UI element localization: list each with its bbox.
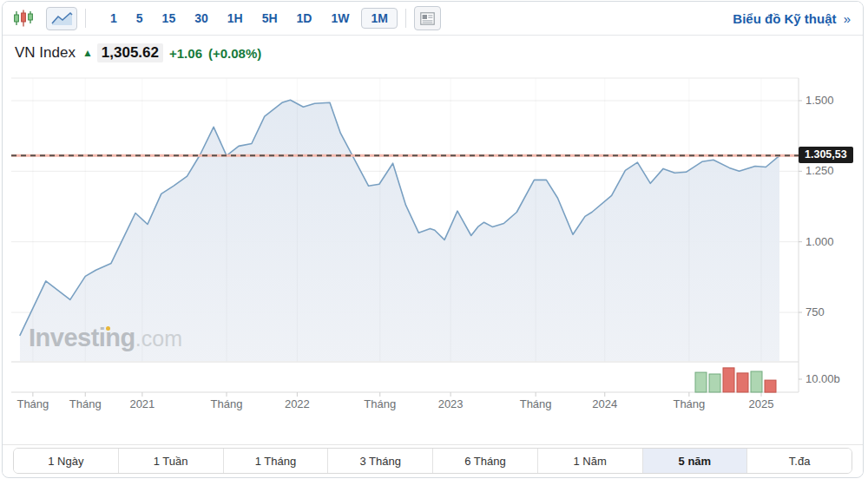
line-chart-type-button[interactable] <box>46 7 77 30</box>
chart-toolbar: 1 5 15 30 1H 5H 1D 1W 1M Biểu đồ Kỹ thuậ… <box>3 2 863 36</box>
interval-button-15[interactable]: 15 <box>153 8 186 29</box>
volume-bar <box>709 374 720 392</box>
price-change-percent: (+0.08%) <box>208 46 261 61</box>
technical-chart-link[interactable]: Biểu đồ Kỹ thuật » <box>733 11 851 26</box>
range-button-5-years[interactable]: 5 năm <box>642 449 747 473</box>
toolbar-divider <box>405 9 406 28</box>
interval-button-30[interactable]: 30 <box>185 8 218 29</box>
double-chevron-right-icon: » <box>844 11 851 26</box>
price-change: +1.06 <box>169 46 202 61</box>
range-button-6-months[interactable]: 6 Tháng <box>432 449 537 473</box>
interval-button-5h[interactable]: 5H <box>253 8 287 29</box>
volume-bar <box>695 372 707 392</box>
interval-button-5[interactable]: 5 <box>127 8 153 29</box>
interval-button-1w[interactable]: 1W <box>321 8 358 29</box>
line-chart-icon <box>49 10 74 27</box>
investing-watermark: Investing.com <box>29 324 182 352</box>
up-arrow-icon: ▲ <box>82 47 93 59</box>
chart-area: 1.5001.2501.00075010.00bThángTháng2021Th… <box>3 36 863 445</box>
range-selector: 1 Ngày 1 Tuần 1 Tháng 3 Tháng 6 Tháng 1 … <box>3 445 863 474</box>
news-layout-icon <box>420 12 435 25</box>
technical-chart-link-label: Biểu đồ Kỹ thuật <box>733 11 836 26</box>
instrument-header: VN Index ▲ 1,305.62 +1.06 (+0.08%) <box>15 43 261 62</box>
interval-button-1h[interactable]: 1H <box>218 8 253 29</box>
range-button-1-day[interactable]: 1 Ngày <box>14 449 118 473</box>
instrument-name: VN Index <box>15 44 76 62</box>
candlestick-chart-icon[interactable] <box>13 10 34 27</box>
volume-bar <box>751 371 762 392</box>
chart-widget: 1 5 15 30 1H 5H 1D 1W 1M Biểu đồ Kỹ thuậ… <box>2 1 864 478</box>
interval-button-1d[interactable]: 1D <box>287 8 322 29</box>
watermark-main: Investing <box>29 324 135 351</box>
price-area-fill <box>20 100 779 361</box>
price-chart[interactable] <box>3 36 863 444</box>
range-button-group: 1 Ngày 1 Tuần 1 Tháng 3 Tháng 6 Tháng 1 … <box>13 448 852 474</box>
range-button-3-months[interactable]: 3 Tháng <box>327 449 432 473</box>
candlestick-glyph <box>13 10 34 27</box>
watermark-suffix: .com <box>135 326 182 351</box>
watermark-dot <box>106 326 110 331</box>
last-price-tag: 1.305,53 <box>799 147 853 163</box>
interval-selector: 1 5 15 30 1H 5H 1D 1W 1M <box>101 8 398 29</box>
volume-bar <box>723 368 734 392</box>
volume-bar <box>737 373 748 392</box>
chart-layout-button[interactable] <box>414 6 441 30</box>
volume-bar <box>765 380 776 392</box>
range-button-1-year[interactable]: 1 Năm <box>537 449 642 473</box>
interval-button-1[interactable]: 1 <box>101 8 127 29</box>
interval-button-1m[interactable]: 1M <box>361 8 397 29</box>
toolbar-divider <box>85 9 86 28</box>
last-price-value: 1,305.62 <box>97 43 163 62</box>
range-button-1-month[interactable]: 1 Tháng <box>223 449 328 473</box>
range-button-max[interactable]: T.đa <box>746 449 852 473</box>
range-button-1-week[interactable]: 1 Tuần <box>118 449 223 473</box>
